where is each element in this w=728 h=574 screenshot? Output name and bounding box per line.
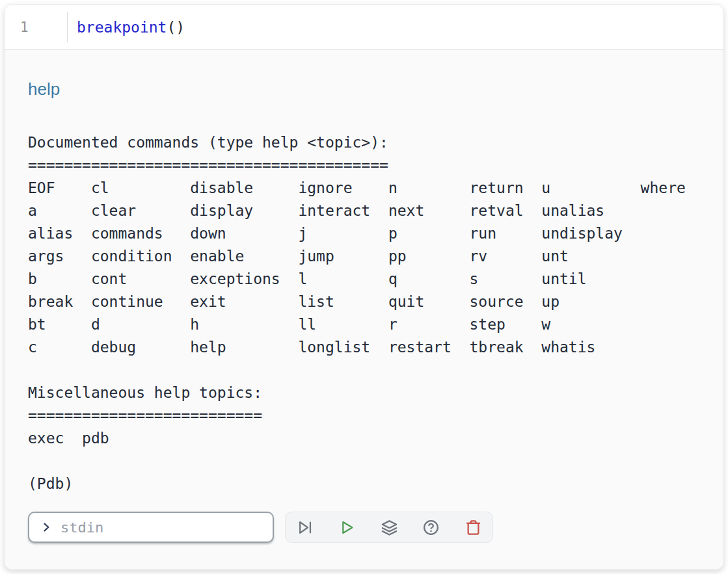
help-circle-icon [422, 519, 440, 536]
pdb-repl-widget: 1 breakpoint() help Documented commands … [4, 4, 724, 570]
skip-forward-button[interactable] [296, 519, 314, 536]
layers-icon [381, 519, 398, 536]
skip-forward-icon [296, 519, 314, 536]
code-editor-line[interactable]: breakpoint() [68, 19, 185, 36]
line-number: 1 [20, 20, 29, 35]
code-token-punctuation: () [167, 19, 185, 36]
stdin-input-box[interactable] [28, 512, 274, 543]
code-editor-row: 1 breakpoint() [5, 5, 723, 50]
console-controls [28, 512, 493, 543]
echoed-command: help [28, 79, 723, 100]
console-output-area: help Documented commands (type help <top… [5, 50, 723, 569]
trash-icon [465, 519, 482, 536]
layers-button[interactable] [381, 519, 398, 536]
editor-gutter: 1 [5, 5, 68, 49]
chevron-right-icon [40, 521, 53, 534]
code-token-builtin: breakpoint [77, 19, 167, 36]
debug-toolbar [285, 512, 493, 543]
play-icon [338, 519, 356, 536]
play-button[interactable] [338, 519, 356, 536]
stdin-input[interactable] [59, 519, 263, 536]
pdb-output: Documented commands (type help <topic>):… [28, 131, 723, 495]
trash-button[interactable] [465, 519, 482, 536]
help-button[interactable] [422, 519, 440, 536]
